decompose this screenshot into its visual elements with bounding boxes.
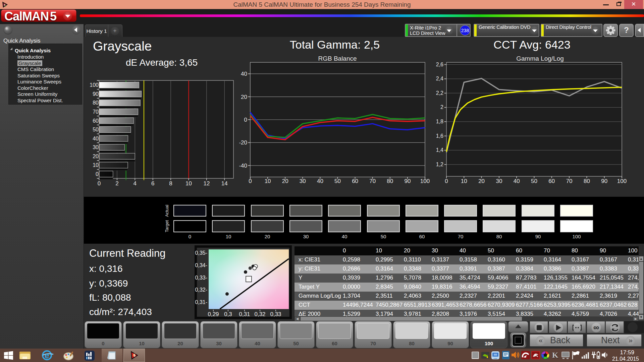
svg-text:30: 30 [300, 178, 306, 184]
svg-text:RGB Balance: RGB Balance [318, 55, 357, 62]
svg-text:0,33: 0,33 [270, 311, 281, 317]
svg-text:40: 40 [93, 136, 99, 141]
svg-text:1,8: 1,8 [436, 119, 443, 124]
svg-text:50: 50 [334, 178, 341, 184]
svg-text:50: 50 [531, 178, 537, 184]
svg-text:80: 80 [387, 178, 393, 184]
svg-text:intel: intel [493, 357, 497, 359]
svg-text:10: 10 [93, 162, 99, 168]
svg-text:20: 20 [241, 94, 247, 100]
svg-text:80: 80 [93, 100, 99, 106]
svg-text:60: 60 [548, 178, 555, 184]
svg-text:30: 30 [93, 144, 99, 150]
svg-text:0,35-: 0,35- [195, 250, 207, 256]
svg-text:0: 0 [445, 178, 448, 184]
svg-text:5: 5 [4, 3, 5, 6]
svg-text:2,6: 2,6 [436, 62, 443, 67]
svg-text:0,31-: 0,31- [195, 299, 207, 305]
svg-text:60: 60 [352, 178, 358, 184]
svg-text:100: 100 [420, 178, 430, 184]
svg-text:2,2: 2,2 [436, 90, 443, 96]
svg-text:0,3: 0,3 [224, 311, 232, 317]
svg-text:0: 0 [96, 171, 99, 177]
svg-text:5: 5 [133, 353, 136, 357]
svg-text:8: 8 [169, 180, 172, 187]
svg-text:0: 0 [244, 117, 247, 123]
svg-text:40: 40 [241, 71, 247, 77]
svg-text:12: 12 [203, 180, 210, 187]
svg-text:70: 70 [369, 178, 376, 184]
svg-text:1,2: 1,2 [436, 162, 443, 167]
svg-text:2,4: 2,4 [436, 76, 443, 81]
svg-text:10: 10 [461, 178, 467, 184]
svg-text:60: 60 [93, 118, 99, 124]
svg-text:20: 20 [93, 154, 99, 159]
svg-text:0,34-: 0,34- [195, 262, 207, 268]
svg-text:∞: ∞ [593, 323, 599, 332]
svg-text:0,32-: 0,32- [195, 287, 207, 293]
svg-text:90: 90 [404, 178, 411, 184]
svg-text:10: 10 [185, 180, 192, 187]
svg-text:0,31: 0,31 [239, 311, 250, 317]
svg-text:0,29: 0,29 [208, 311, 219, 317]
svg-text:40: 40 [514, 178, 520, 184]
svg-text:100: 100 [90, 82, 99, 88]
svg-text:40: 40 [317, 178, 323, 184]
svg-text:1,4: 1,4 [436, 147, 443, 153]
svg-text:0,32: 0,32 [254, 311, 265, 317]
svg-text:0: 0 [98, 180, 101, 187]
svg-text:1,6: 1,6 [436, 133, 443, 139]
svg-text:-20: -20 [239, 139, 247, 146]
svg-text:90: 90 [601, 178, 607, 184]
svg-text:2: 2 [115, 180, 118, 187]
svg-text:20: 20 [282, 178, 288, 184]
svg-text:50: 50 [93, 127, 99, 132]
svg-text:-40: -40 [239, 163, 247, 169]
svg-text:10: 10 [265, 178, 271, 184]
svg-text:0,33-: 0,33- [195, 275, 207, 281]
svg-text:2: 2 [440, 104, 443, 110]
svg-text:4: 4 [133, 180, 137, 187]
svg-text:70: 70 [93, 109, 99, 115]
svg-text:90: 90 [93, 91, 99, 97]
svg-text:14: 14 [221, 180, 228, 187]
svg-text:100: 100 [617, 178, 627, 184]
svg-text:70: 70 [566, 178, 573, 184]
svg-text:6: 6 [151, 180, 154, 187]
svg-text:Gamma Log/Log: Gamma Log/Log [516, 55, 564, 62]
svg-text:20: 20 [478, 178, 485, 184]
svg-text:80: 80 [584, 178, 590, 184]
svg-text:e: e [45, 351, 49, 360]
svg-text:30: 30 [496, 178, 502, 184]
svg-text:0: 0 [249, 178, 252, 184]
